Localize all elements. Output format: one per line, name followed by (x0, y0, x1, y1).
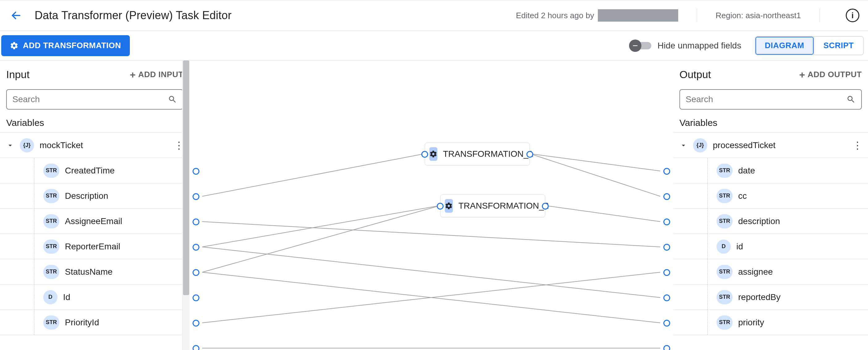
search-icon (168, 95, 177, 104)
input-field-label: AssigneeEmail (65, 216, 122, 226)
svg-line-9 (202, 272, 660, 323)
port[interactable] (663, 218, 670, 225)
input-field-label: CreatedTime (65, 166, 115, 176)
output-search-field[interactable] (686, 95, 843, 104)
port[interactable] (193, 320, 199, 326)
port[interactable] (663, 244, 670, 251)
gear-icon (445, 199, 453, 213)
top-bar: Data Transformer (Preview) Task Editor E… (0, 0, 868, 31)
port[interactable] (193, 193, 199, 200)
output-field-row[interactable]: STRpriority (673, 310, 868, 335)
input-root-row[interactable]: {J} mockTicket ⋮ (0, 133, 189, 158)
input-field-row[interactable]: STRAssigneeEmail (0, 209, 189, 234)
scrollbar[interactable] (182, 61, 189, 350)
input-field-row[interactable]: STRPriorityId (0, 310, 189, 335)
transformation-node[interactable]: TRANSFORMATION_1 (425, 143, 530, 166)
input-field-label: Description (65, 191, 108, 201)
toolbar: ADD TRANSFORMATION − Hide unmapped field… (0, 31, 868, 61)
input-search-field[interactable] (12, 95, 164, 104)
svg-line-3 (202, 221, 660, 247)
transformation-node[interactable]: TRANSFORMATION_2 (440, 195, 545, 217)
input-field-label: PriorityId (65, 318, 99, 327)
input-tree: {J} mockTicket ⋮ STRCreatedTime STRDescr… (0, 132, 189, 335)
diagram-canvas[interactable]: TRANSFORMATION_1 TRANSFORMATION_2 (202, 61, 660, 350)
minus-icon: − (632, 41, 638, 50)
node-input-port[interactable] (421, 151, 428, 158)
switch-knob-off: − (629, 39, 642, 52)
port[interactable] (193, 294, 199, 301)
output-field-row[interactable]: STRreportedBy (673, 285, 868, 310)
workspace: Input + ADD INPUT Variables {J} mockTick… (0, 61, 868, 350)
node-label: TRANSFORMATION_2 (458, 201, 549, 211)
back-button[interactable] (9, 8, 24, 23)
svg-line-1 (202, 154, 425, 196)
output-panel: Output + ADD OUTPUT Variables {J} proces… (673, 61, 868, 350)
type-badge: STR (716, 189, 733, 203)
output-field-row[interactable]: STRassignee (673, 259, 868, 285)
input-field-label: StatusName (65, 267, 113, 277)
node-output-port[interactable] (542, 203, 549, 210)
output-search[interactable] (679, 89, 862, 110)
add-transformation-button[interactable]: ADD TRANSFORMATION (1, 35, 130, 56)
row-menu-button[interactable]: ⋮ (852, 140, 862, 151)
output-field-row[interactable]: Did (673, 234, 868, 259)
node-output-port[interactable] (526, 151, 533, 158)
svg-line-7 (202, 272, 660, 323)
port[interactable] (663, 269, 670, 276)
output-field-row[interactable]: STRdate (673, 158, 868, 183)
switch[interactable]: − (629, 39, 651, 52)
output-root-label: processedTicket (713, 140, 776, 150)
tab-script[interactable]: SCRIPT (814, 37, 863, 55)
add-input-button[interactable]: + ADD INPUT (130, 70, 183, 80)
search-icon (846, 95, 856, 104)
divider (697, 9, 697, 22)
output-field-label: reportedBy (738, 292, 780, 302)
port[interactable] (193, 244, 199, 251)
port[interactable] (193, 345, 199, 350)
type-badge: STR (716, 265, 733, 279)
type-badge: STR (716, 164, 733, 178)
region-label: Region: asia-northeast1 (716, 11, 801, 21)
type-badge: STR (43, 265, 59, 279)
output-field-label: assignee (738, 267, 773, 277)
input-field-row[interactable]: STRReporterEmail (0, 234, 189, 259)
input-search[interactable] (6, 89, 183, 110)
input-field-row[interactable]: STRStatusName (0, 259, 189, 285)
output-port-column (660, 61, 673, 350)
add-output-button[interactable]: + ADD OUTPUT (799, 70, 862, 80)
type-badge: STR (43, 240, 59, 254)
output-field-row[interactable]: STRcc (673, 183, 868, 209)
port[interactable] (663, 320, 670, 326)
arrow-left-icon (10, 10, 22, 21)
output-root-row[interactable]: {J} processedTicket ⋮ (673, 133, 868, 158)
output-field-row[interactable]: STRdescription (673, 209, 868, 234)
hide-unmapped-toggle[interactable]: − Hide unmapped fields (629, 39, 741, 52)
port[interactable] (663, 168, 670, 175)
input-field-row[interactable]: DId (0, 285, 189, 310)
caret-down-icon (679, 141, 687, 149)
node-input-port[interactable] (437, 203, 443, 210)
tab-diagram[interactable]: DIAGRAM (755, 37, 814, 55)
type-badge: D (716, 240, 731, 254)
add-transformation-label: ADD TRANSFORMATION (23, 41, 121, 50)
input-field-row[interactable]: STRCreatedTime (0, 158, 189, 183)
port[interactable] (193, 218, 199, 225)
input-field-label: Id (63, 292, 70, 302)
info-button[interactable]: i (846, 9, 859, 22)
svg-line-6 (202, 206, 440, 272)
user-redacted (598, 9, 678, 22)
node-label: TRANSFORMATION_1 (443, 149, 533, 159)
hide-unmapped-label: Hide unmapped fields (657, 41, 741, 50)
scrollbar-thumb[interactable] (183, 61, 189, 295)
input-panel: Input + ADD INPUT Variables {J} mockTick… (0, 61, 189, 350)
svg-line-11 (530, 154, 660, 171)
divider (819, 9, 820, 22)
port[interactable] (663, 193, 670, 200)
port[interactable] (663, 345, 670, 350)
input-root-label: mockTicket (39, 140, 83, 150)
port[interactable] (663, 294, 670, 301)
port[interactable] (193, 269, 199, 276)
page-title: Data Transformer (Preview) Task Editor (35, 9, 231, 22)
port[interactable] (193, 168, 199, 175)
input-field-row[interactable]: STRDescription (0, 183, 189, 209)
